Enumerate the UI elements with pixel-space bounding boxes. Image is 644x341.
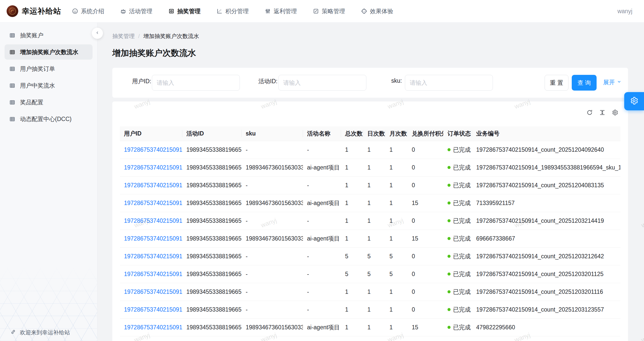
order-status-cell: 已完成	[443, 176, 472, 194]
sidebar-item-label: 抽奖账户	[20, 31, 43, 39]
table-scroll-area[interactable]: 用户ID 活动ID sku 活动名称 总次数 日次数 月次数 兑换所付积分 订单…	[120, 126, 620, 341]
nav-item-effect-experience[interactable]: 效果体验	[361, 7, 393, 15]
sidebar-collapse-button[interactable]	[92, 28, 103, 39]
user-id-link[interactable]: 1972867537402150914	[120, 301, 182, 318]
status-dot	[448, 201, 451, 204]
sidebar: 抽奖账户 增加抽奖账户次数流水 用户抽奖订单 用户中奖流水	[0, 23, 97, 341]
monthly-count-cell: 1	[385, 230, 408, 247]
nav-item-points-mgmt[interactable]: 积分管理	[216, 7, 249, 15]
daily-count-cell: 1	[363, 176, 385, 194]
user-id-link[interactable]: 1972867537402150914	[120, 265, 182, 283]
user-id-link[interactable]: 1972867537402150914	[120, 159, 182, 176]
order-status-cell: 已完成	[443, 212, 472, 230]
table-row: 1972867537402150914 1989345533881966594 …	[120, 141, 620, 159]
user-id-link[interactable]: 1972867537402150914	[120, 176, 182, 194]
user-id-input[interactable]	[152, 75, 240, 91]
search-button[interactable]: 查 询	[572, 75, 597, 91]
top-nav: 系统介绍 活动管理 抽奖管理 积分管理 返利管理 策略管理 效果体验	[72, 7, 393, 15]
username[interactable]: wanyj	[617, 8, 632, 15]
biz-no-cell: 696667338667	[472, 230, 620, 247]
daily-count-cell: 1	[363, 301, 385, 318]
user-id-link[interactable]: 1972867537402150914	[120, 212, 182, 230]
nav-item-lottery-mgmt[interactable]: 抽奖管理	[168, 7, 201, 15]
activity-name-cell: -	[303, 247, 341, 265]
order-status-cell: 已完成	[443, 301, 472, 318]
table-row: 1972867537402150914 1989345533881966594 …	[120, 247, 620, 265]
target-icon	[361, 8, 367, 14]
monthly-count-cell: 1	[385, 194, 408, 212]
col-header-total-count[interactable]: 总次数	[341, 126, 363, 141]
link-icon	[10, 329, 16, 336]
status-dot	[448, 272, 451, 276]
order-status-cell: 已完成	[443, 283, 472, 301]
activity-name-cell: ai-agent项目	[303, 194, 341, 212]
col-header-daily-count[interactable]: 日次数	[363, 126, 385, 141]
biz-no-cell: 713395921157	[472, 194, 620, 212]
sidebar-item[interactable]: 用户抽奖订单	[5, 61, 93, 76]
col-header-points-paid[interactable]: 兑换所付积分	[408, 126, 443, 141]
nav-item-system-intro[interactable]: 系统介绍	[72, 7, 104, 15]
nav-item-strategy-mgmt[interactable]: 策略管理	[313, 7, 345, 15]
user-id-link[interactable]: 1972867537402150914	[120, 247, 182, 265]
activity-name-cell: -	[303, 212, 341, 230]
reset-button[interactable]: 重 置	[545, 75, 568, 91]
sidebar-item[interactable]: 增加抽奖账户次数流水	[5, 44, 93, 60]
status-text: 已完成	[453, 323, 471, 331]
user-id-link[interactable]: 1972867537402150914	[120, 194, 182, 212]
activity-name-cell: -	[303, 176, 341, 194]
col-header-activity-id[interactable]: 活动ID	[182, 126, 242, 141]
user-id-link[interactable]: 1972867537402150914	[120, 318, 182, 336]
theme-settings-button[interactable]	[624, 92, 644, 110]
smiley-icon	[72, 8, 78, 14]
monthly-count-cell: 1	[385, 176, 408, 194]
table-toolbar	[586, 109, 618, 116]
sidebar-item[interactable]: 用户中奖流水	[5, 78, 93, 93]
refresh-icon[interactable]	[586, 109, 593, 116]
total-count-cell: 1	[341, 159, 363, 176]
status-dot	[448, 148, 451, 151]
daily-count-cell: 5	[363, 247, 385, 265]
order-status-cell: 已完成	[443, 230, 472, 247]
breadcrumb-separator: /	[138, 33, 140, 40]
table-row: 1972867537402150914 1989345533881966594 …	[120, 194, 620, 212]
activity-name-cell: ai-agent项目	[303, 318, 341, 336]
chart-icon	[216, 8, 223, 14]
expand-toggle[interactable]: 展开	[603, 78, 622, 86]
col-header-monthly-count[interactable]: 月次数	[385, 126, 408, 141]
breadcrumb-section[interactable]: 抽奖管理	[112, 32, 135, 40]
status-text: 已完成	[453, 164, 471, 172]
sidebar-item[interactable]: 动态配置中心(DCC)	[5, 111, 93, 127]
sliders-icon	[264, 8, 271, 14]
col-header-sku[interactable]: sku	[242, 126, 303, 141]
sku-input[interactable]	[405, 75, 493, 91]
activity-name-cell: ai-agent项目	[303, 159, 341, 176]
sidebar-item-label: 动态配置中心(DCC)	[20, 115, 71, 123]
table-grid-icon	[9, 66, 15, 72]
sku-cell: -	[242, 283, 303, 301]
biz-no-cell: 479822295660	[472, 318, 620, 336]
daily-count-cell: 1	[363, 194, 385, 212]
monthly-count-cell: 1	[385, 159, 408, 176]
sidebar-footer[interactable]: 欢迎来到幸运补给站	[10, 329, 70, 336]
settings-icon	[630, 96, 639, 106]
nav-item-activity-mgmt[interactable]: 活动管理	[120, 7, 152, 15]
sidebar-item[interactable]: 奖品配置	[5, 95, 93, 110]
col-header-biz-no[interactable]: 业务编号	[472, 126, 620, 141]
settings-icon[interactable]	[612, 109, 618, 116]
sku-cell: -	[242, 301, 303, 318]
col-header-order-status[interactable]: 订单状态	[443, 126, 472, 141]
col-header-activity-name[interactable]: 活动名称	[303, 126, 341, 141]
user-id-link[interactable]: 1972867537402150914	[120, 141, 182, 159]
nav-label: 抽奖管理	[177, 7, 201, 15]
chevron-down-icon	[616, 79, 622, 86]
sidebar-item-label: 用户中奖流水	[20, 82, 55, 90]
sidebar-item[interactable]: 抽奖账户	[5, 28, 93, 43]
user-id-link[interactable]: 1972867537402150914	[120, 230, 182, 247]
user-id-link[interactable]: 1972867537402150914	[120, 283, 182, 301]
nav-item-rebate-mgmt[interactable]: 返利管理	[264, 7, 297, 15]
col-header-user-id[interactable]: 用户ID	[120, 126, 182, 141]
column-height-icon[interactable]	[599, 109, 606, 116]
activity-name-cell: -	[303, 265, 341, 283]
activity-id-input[interactable]	[278, 75, 366, 91]
biz-no-cell: 1972867537402150914_count_20251204083135	[472, 176, 620, 194]
